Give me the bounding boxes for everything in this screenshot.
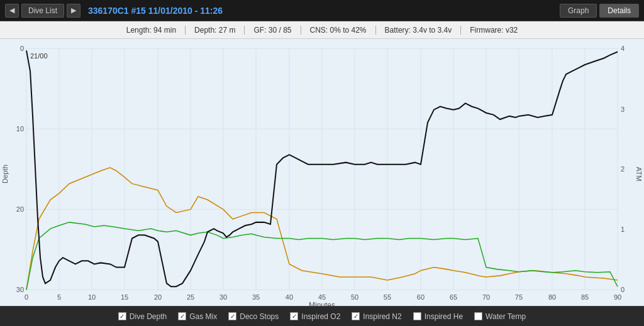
svg-text:ATM: ATM [635, 167, 643, 182]
svg-text:Minutes: Minutes [309, 301, 335, 306]
svg-text:1: 1 [621, 225, 625, 233]
svg-text:5: 5 [57, 293, 61, 301]
dive-list-button[interactable]: Dive List [21, 4, 64, 18]
svg-text:45: 45 [318, 293, 326, 301]
legend-bar: Dive Depth Gas Mix Deco Stops Inspired O… [0, 306, 644, 326]
gas-mix-label: Gas Mix [189, 312, 217, 321]
deco-stops-label: Deco Stops [240, 312, 279, 321]
battery-info: Battery: 3.4v to 3.4v [376, 26, 462, 35]
svg-text:10: 10 [88, 293, 96, 301]
details-button[interactable]: Details [599, 4, 639, 18]
top-bar: ◀ Dive List ▶ 336170C1 #15 11/01/2010 - … [0, 0, 644, 21]
svg-text:90: 90 [614, 293, 621, 301]
gas-mix-checkbox[interactable] [178, 312, 186, 320]
legend-dive-depth: Dive Depth [118, 312, 167, 321]
svg-text:21/00: 21/00 [30, 52, 48, 60]
cns-info: CNS: 0% to 42% [301, 26, 376, 35]
svg-text:Depth: Depth [1, 165, 9, 183]
legend-deco-stops: Deco Stops [228, 312, 279, 321]
info-bar: Length: 94 min Depth: 27 m GF: 30 / 85 C… [0, 21, 644, 39]
inspired-n2-checkbox[interactable] [352, 312, 360, 320]
svg-text:70: 70 [482, 293, 490, 301]
dive-depth-checkbox[interactable] [118, 312, 126, 320]
deco-stops-checkbox[interactable] [228, 312, 236, 320]
dive-title: 336170C1 #15 11/01/2010 - 11:26 [88, 6, 223, 16]
svg-text:35: 35 [252, 293, 260, 301]
legend-inspired-he: Inspired He [413, 312, 463, 321]
inspired-n2-label: Inspired N2 [363, 312, 401, 321]
next-button[interactable]: ▶ [67, 4, 80, 18]
water-temp-checkbox[interactable] [474, 312, 482, 320]
chart-svg-wrapper: 0 10 20 30 4 3 2 1 0 Depth ATM 0 5 [0, 39, 644, 306]
svg-text:30: 30 [16, 286, 24, 293]
inspired-he-checkbox[interactable] [413, 312, 421, 320]
svg-text:15: 15 [121, 293, 128, 301]
svg-text:25: 25 [187, 293, 194, 301]
legend-water-temp: Water Temp [474, 312, 526, 321]
inspired-o2-label: Inspired O2 [301, 312, 340, 321]
graph-button[interactable]: Graph [560, 4, 597, 18]
length-info: Length: 94 min [118, 26, 186, 35]
water-temp-label: Water Temp [486, 312, 526, 321]
svg-text:3: 3 [621, 106, 625, 113]
svg-text:0: 0 [25, 293, 28, 301]
svg-text:2: 2 [621, 165, 625, 173]
svg-text:65: 65 [450, 293, 457, 301]
depth-info: Depth: 27 m [186, 26, 245, 35]
view-toggle: Graph Details [560, 4, 639, 18]
svg-text:20: 20 [16, 205, 24, 213]
svg-text:4: 4 [621, 45, 625, 52]
svg-text:0: 0 [20, 45, 24, 52]
svg-text:50: 50 [351, 293, 358, 301]
svg-text:55: 55 [384, 293, 391, 301]
chart-area: 0 10 20 30 4 3 2 1 0 Depth ATM 0 5 [0, 39, 644, 306]
svg-text:20: 20 [154, 293, 162, 301]
svg-text:80: 80 [548, 293, 556, 301]
svg-text:40: 40 [286, 293, 293, 301]
inspired-o2-checkbox[interactable] [290, 312, 298, 320]
inspired-he-label: Inspired He [425, 312, 463, 321]
legend-inspired-n2: Inspired N2 [352, 312, 401, 321]
svg-text:75: 75 [515, 293, 523, 301]
svg-text:85: 85 [581, 293, 589, 301]
dive-depth-label: Dive Depth [130, 312, 167, 321]
svg-text:30: 30 [219, 293, 227, 301]
prev-button[interactable]: ◀ [5, 4, 19, 18]
svg-text:10: 10 [16, 125, 24, 133]
svg-text:60: 60 [417, 293, 425, 301]
firmware-info: Firmware: v32 [461, 26, 526, 35]
legend-inspired-o2: Inspired O2 [290, 312, 340, 321]
gf-info: GF: 30 / 85 [245, 26, 301, 35]
legend-gas-mix: Gas Mix [178, 312, 217, 321]
